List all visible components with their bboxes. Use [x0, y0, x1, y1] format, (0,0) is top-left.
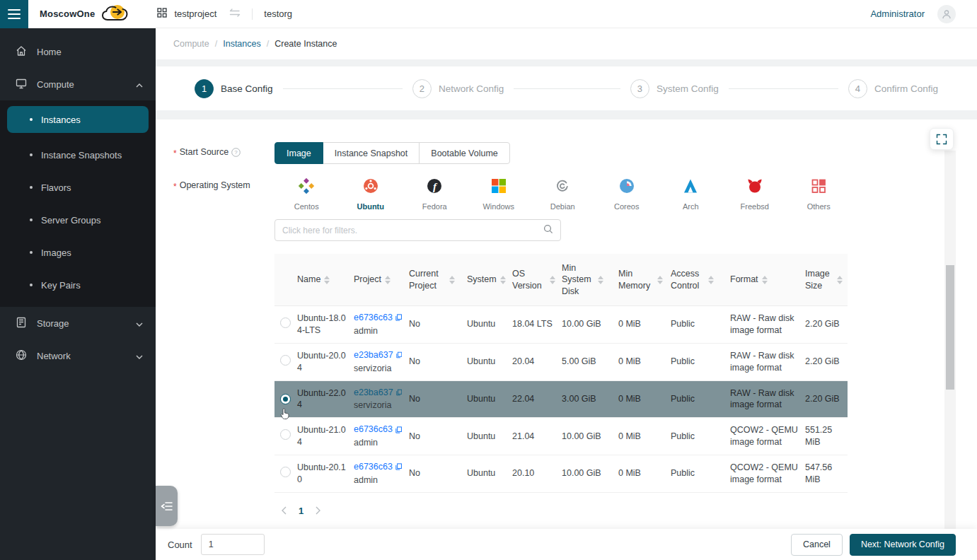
coreos-icon — [618, 177, 635, 197]
row-radio-checked[interactable] — [280, 394, 291, 404]
os-option-arch[interactable]: Arch — [659, 175, 723, 211]
column-header-format[interactable]: Format — [729, 268, 804, 291]
column-header-current-project[interactable]: Current Project — [407, 262, 466, 297]
sort-icon[interactable] — [550, 276, 555, 284]
sidebar-item-storage[interactable]: Storage — [0, 307, 156, 339]
column-header-image-size[interactable]: Image Size — [804, 262, 848, 297]
sidebar-item-server-groups[interactable]: Server Groups — [0, 204, 156, 236]
switch-project-icon[interactable] — [229, 8, 241, 19]
sidebar-item-flavors[interactable]: Flavors — [0, 171, 156, 204]
copy-icon[interactable] — [395, 313, 402, 322]
table-row[interactable]: Ubuntu-20.10 e6736c63 admin No Ubuntu 20… — [274, 455, 848, 493]
sort-icon[interactable] — [762, 276, 768, 284]
cell-name: Ubuntu-21.04 — [296, 419, 352, 454]
step-label: Base Config — [221, 83, 273, 94]
column-header-access-control[interactable]: Access Control — [669, 262, 729, 297]
os-option-others[interactable]: Others — [787, 175, 851, 211]
table-row[interactable]: Ubuntu-21.04 e6736c63 admin No Ubuntu 21… — [274, 418, 848, 455]
os-option-ubuntu[interactable]: Ubuntu — [339, 175, 403, 211]
steps-bar: 1 Base Config 2 Network Config 3 System … — [156, 66, 977, 110]
sidebar-item-instance-snapshots[interactable]: Instance Snapshots — [0, 139, 156, 171]
menu-toggle-button[interactable] — [0, 0, 28, 28]
cell-format: QCOW2 - QEMU image format — [729, 419, 804, 454]
home-icon — [16, 45, 27, 59]
brand-logo-icon — [100, 3, 130, 25]
copy-icon[interactable] — [395, 462, 402, 471]
project-link[interactable]: e6736c63 — [354, 312, 393, 324]
sidebar-item-instances[interactable]: Instances — [7, 106, 149, 133]
project-link[interactable]: e6736c63 — [354, 424, 393, 436]
project-link[interactable]: e6736c63 — [354, 461, 393, 473]
copy-icon[interactable] — [396, 351, 402, 359]
row-radio[interactable] — [280, 467, 291, 477]
breadcrumb-link-instances[interactable]: Instances — [223, 39, 261, 49]
column-header-project[interactable]: Project — [352, 268, 407, 291]
copy-icon[interactable] — [396, 388, 402, 397]
cancel-button[interactable]: Cancel — [791, 534, 843, 556]
copy-icon[interactable] — [395, 426, 402, 434]
column-header-min-system-disk[interactable]: Min System Disk — [560, 257, 617, 303]
column-header-min-memory[interactable]: Min Memory — [617, 262, 669, 297]
sidebar-item-compute[interactable]: Compute — [0, 68, 156, 100]
column-header-os-version[interactable]: OS Version — [511, 262, 560, 297]
scrollbar-thumb[interactable] — [946, 265, 954, 390]
tab-instance-snapshot[interactable]: Instance Snapshot — [323, 142, 420, 164]
sidebar-item-key-pairs[interactable]: Key Pairs — [0, 269, 156, 301]
sort-icon[interactable] — [837, 276, 843, 284]
help-icon[interactable]: ? — [231, 147, 241, 159]
project-link[interactable]: e23ba637 — [354, 349, 393, 361]
pagination-page-1[interactable]: 1 — [299, 506, 303, 516]
count-input[interactable] — [201, 534, 265, 555]
project-name[interactable]: testproject — [174, 8, 216, 19]
sort-icon[interactable] — [657, 276, 663, 284]
step-number: 4 — [848, 79, 867, 98]
sidebar-item-label: Instance Snapshots — [41, 150, 122, 161]
column-header-name[interactable]: Name — [296, 268, 352, 291]
pagination-next-icon[interactable] — [315, 506, 321, 515]
cell-current-project: No — [407, 313, 466, 336]
os-option-coreos[interactable]: Coreos — [595, 175, 659, 211]
avatar[interactable] — [937, 5, 956, 23]
cell-project: e23ba637 servizoria — [352, 344, 407, 380]
sidebar-item-home[interactable]: Home — [0, 35, 156, 68]
os-option-debian[interactable]: Debian — [531, 175, 595, 211]
table-row[interactable]: Ubuntu-20.04 e23ba637 servizoria No Ubun… — [274, 344, 848, 381]
row-radio[interactable] — [280, 355, 291, 366]
table-row-selected[interactable]: Ubuntu-22.04 e23ba637 servizoria No Ubun… — [274, 381, 848, 419]
fullscreen-button[interactable] — [930, 128, 954, 150]
sort-icon[interactable] — [385, 276, 391, 284]
cell-name: Ubuntu-18.04-LTS — [296, 307, 352, 342]
sort-icon[interactable] — [598, 276, 603, 284]
os-option-centos[interactable]: Centos — [274, 175, 339, 211]
sort-icon[interactable] — [500, 276, 506, 284]
topbar-right: Administrator — [870, 5, 977, 23]
row-radio[interactable] — [280, 317, 291, 328]
sidebar-item-images[interactable]: Images — [0, 236, 156, 269]
user-role[interactable]: Administrator — [870, 8, 925, 19]
project-link[interactable]: e23ba637 — [354, 387, 393, 399]
pagination-prev-icon[interactable] — [281, 506, 287, 515]
scrollbar-track[interactable] — [944, 151, 956, 529]
sidebar-item-network[interactable]: Network — [0, 339, 156, 372]
os-option-fedora[interactable]: f Fedora — [403, 175, 467, 211]
search-icon[interactable] — [543, 224, 553, 237]
globe-icon — [16, 349, 27, 363]
step-connector — [514, 88, 620, 89]
row-radio[interactable] — [280, 429, 291, 440]
cell-os-version: 20.10 — [511, 462, 560, 485]
cell-project: e6736c63 admin — [352, 418, 407, 455]
sort-icon[interactable] — [708, 276, 714, 284]
tab-bootable-volume[interactable]: Bootable Volume — [419, 142, 510, 164]
next-network-config-button[interactable]: Next: Network Config — [850, 534, 956, 556]
sort-icon[interactable] — [324, 276, 330, 284]
os-option-windows[interactable]: Windows — [467, 175, 531, 211]
table-row[interactable]: Ubuntu-18.04-LTS e6736c63 admin No Ubunt… — [274, 306, 848, 344]
os-option-freebsd[interactable]: Freebsd — [723, 175, 787, 211]
tab-image[interactable]: Image — [274, 142, 323, 164]
filter-input[interactable] — [282, 226, 538, 235]
bullet-icon — [30, 186, 33, 189]
cell-os-version: 22.04 — [511, 387, 560, 411]
column-header-system[interactable]: System — [466, 268, 511, 291]
log-drawer-handle[interactable] — [156, 486, 178, 526]
sort-icon[interactable] — [449, 276, 455, 284]
